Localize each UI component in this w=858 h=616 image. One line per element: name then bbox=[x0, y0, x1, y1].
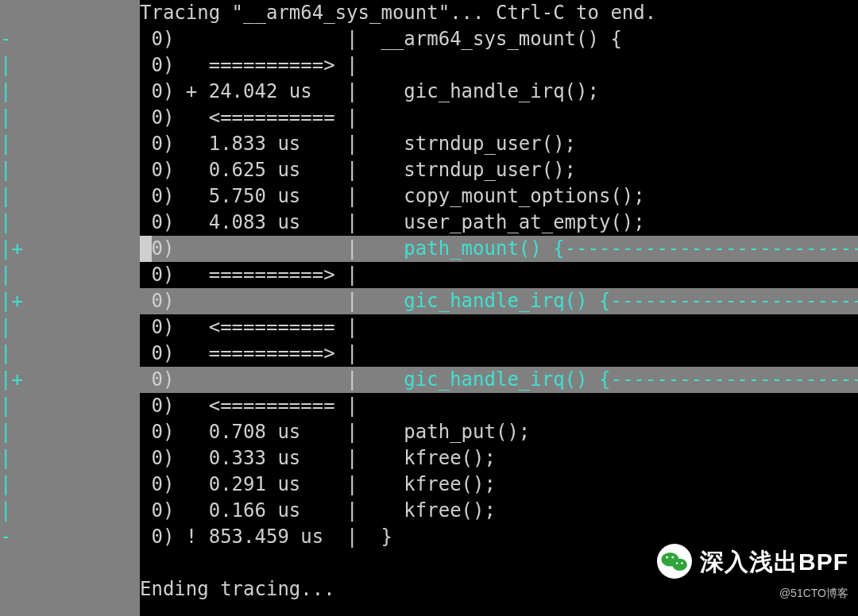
gutter-mark: |+ bbox=[0, 236, 140, 262]
gutter-mark: | bbox=[0, 314, 140, 341]
svg-point-4 bbox=[671, 556, 674, 559]
line-body: 0) 4.083 us | user_path_at_empty(); bbox=[140, 210, 858, 236]
line-body: 0) <========== | bbox=[140, 314, 858, 341]
svg-point-3 bbox=[666, 556, 668, 559]
line-body: 0) 0.166 us | kfree(); bbox=[140, 498, 858, 524]
gutter-mark: | bbox=[0, 262, 140, 288]
line-body: 0) <========== | bbox=[140, 105, 858, 131]
line-body: 0) 0.708 us | path_put(); bbox=[140, 419, 858, 445]
trace-line: | 0) ==========> | bbox=[0, 262, 858, 288]
trace-line: | 0) 0.291 us | kfree(); bbox=[0, 472, 858, 498]
line-body: 0) 0.625 us | strndup_user(); bbox=[140, 157, 858, 183]
gutter-mark: | bbox=[0, 79, 140, 105]
svg-point-5 bbox=[676, 562, 678, 564]
gutter-mark: | bbox=[0, 52, 140, 79]
trace-line: | 0) 4.083 us | user_path_at_empty(); bbox=[0, 210, 858, 236]
trace-line: | 0) ==========> | bbox=[0, 341, 858, 367]
svg-point-2 bbox=[672, 559, 687, 571]
folded-function: gic_handle_irq() {----------------------… bbox=[404, 368, 858, 391]
line-body: 0) 0.333 us | kfree(); bbox=[140, 445, 858, 472]
gutter-mark bbox=[0, 0, 140, 26]
line-body: 0) ==========> | bbox=[140, 52, 858, 79]
trace-line: | 0) <========== | bbox=[0, 314, 858, 341]
trace-line: |+ 0) | path_mount() {------------------… bbox=[0, 236, 858, 262]
gutter-mark: | bbox=[0, 183, 140, 210]
line-body: 0) <========== | bbox=[140, 393, 858, 419]
trace-line: - 0) | __arm64_sys_mount() { bbox=[0, 26, 858, 52]
line-body: 0) | gic_handle_irq() {-----------------… bbox=[140, 288, 858, 314]
gutter-mark bbox=[0, 576, 140, 603]
wechat-icon bbox=[657, 544, 692, 579]
gutter-mark: - bbox=[0, 524, 140, 550]
gutter-mark bbox=[0, 550, 140, 576]
folded-function: path_mount() {--------------------------… bbox=[404, 237, 858, 260]
gutter-mark: | bbox=[0, 131, 140, 157]
folded-function: gic_handle_irq() {----------------------… bbox=[404, 290, 858, 312]
line-body: 0) | path_mount() {---------------------… bbox=[140, 236, 858, 262]
trace-line: | 0) + 24.042 us | gic_handle_irq(); bbox=[0, 79, 858, 105]
watermark-title: 深入浅出BPF bbox=[700, 549, 848, 575]
trace-line: | 0) 5.750 us | copy_mount_options(); bbox=[0, 183, 858, 210]
gutter-mark: | bbox=[0, 393, 140, 419]
trace-line: |+ 0) | gic_handle_irq() {--------------… bbox=[0, 288, 858, 314]
line-body: 0) ==========> | bbox=[140, 262, 858, 288]
gutter-mark: - bbox=[0, 26, 140, 52]
trace-line: Tracing "__arm64_sys_mount"... Ctrl-C to… bbox=[0, 0, 858, 26]
gutter-mark: | bbox=[0, 445, 140, 472]
line-body: 0) 1.833 us | strndup_user(); bbox=[140, 131, 858, 157]
gutter-mark: | bbox=[0, 341, 140, 367]
gutter-mark: | bbox=[0, 105, 140, 131]
trace-line: | 0) 1.833 us | strndup_user(); bbox=[0, 131, 858, 157]
trace-line: | 0) 0.333 us | kfree(); bbox=[0, 445, 858, 472]
trace-line: | 0) ==========> | bbox=[0, 52, 858, 79]
line-body: 0) ==========> | bbox=[140, 341, 858, 367]
trace-line: | 0) <========== | bbox=[0, 393, 858, 419]
line-body: 0) | __arm64_sys_mount() { bbox=[140, 26, 858, 52]
line-body: 0) 0.291 us | kfree(); bbox=[140, 472, 858, 498]
trace-line: |+ 0) | gic_handle_irq() {--------------… bbox=[0, 367, 858, 393]
line-body: 0) 5.750 us | copy_mount_options(); bbox=[140, 183, 858, 210]
gutter-mark: | bbox=[0, 472, 140, 498]
gutter-mark: |+ bbox=[0, 288, 140, 314]
gutter-mark: | bbox=[0, 419, 140, 445]
gutter-mark: | bbox=[0, 498, 140, 524]
trace-line: | 0) 0.708 us | path_put(); bbox=[0, 419, 858, 445]
trace-line: | 0) 0.625 us | strndup_user(); bbox=[0, 157, 858, 183]
line-body: 0) + 24.042 us | gic_handle_irq(); bbox=[140, 79, 858, 105]
gutter-mark: |+ bbox=[0, 367, 140, 393]
line-body: 0) | gic_handle_irq() {-----------------… bbox=[140, 367, 858, 393]
gutter-mark: | bbox=[0, 157, 140, 183]
watermark-subtitle: @51CTO博客 bbox=[779, 580, 848, 606]
trace-line: | 0) 0.166 us | kfree(); bbox=[0, 498, 858, 524]
trace-line: | 0) <========== | bbox=[0, 105, 858, 131]
line-body: Tracing "__arm64_sys_mount"... Ctrl-C to… bbox=[140, 0, 858, 26]
gutter-mark: | bbox=[0, 210, 140, 236]
trace-output: Tracing "__arm64_sys_mount"... Ctrl-C to… bbox=[0, 0, 858, 603]
watermark: 深入浅出BPF @51CTO博客 bbox=[657, 544, 848, 606]
svg-point-6 bbox=[681, 562, 682, 564]
